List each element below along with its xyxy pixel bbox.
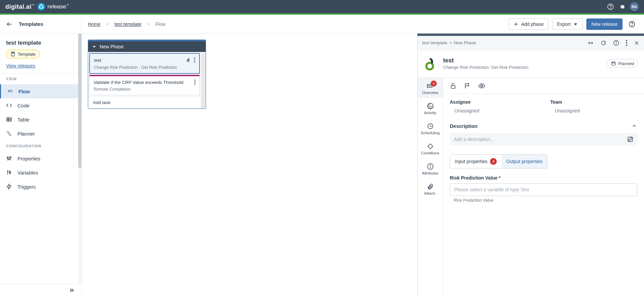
- svg-point-35: [194, 80, 196, 81]
- template-badge-label: Template: [18, 52, 36, 57]
- nav-properties-label: Properties: [17, 156, 40, 161]
- help-icon[interactable]: [607, 3, 614, 10]
- info-icon[interactable]: [613, 40, 619, 46]
- assignee-value[interactable]: Unassigned: [450, 108, 537, 113]
- svg-point-65: [430, 165, 431, 165]
- svg-point-43: [626, 42, 627, 44]
- planner-icon: [6, 131, 12, 137]
- nav-table[interactable]: Table: [0, 112, 82, 127]
- chevron-up-icon[interactable]: [631, 123, 637, 129]
- expand-icon[interactable]: [588, 40, 594, 46]
- task-card-1[interactable]: test d Change Risk Prediction : Get Risk…: [89, 53, 200, 74]
- svg-marker-62: [428, 144, 433, 149]
- description-header[interactable]: Description: [450, 123, 637, 129]
- close-icon[interactable]: [634, 40, 639, 46]
- detail-header: test template > New Phase: [418, 36, 644, 50]
- svg-point-32: [194, 57, 195, 59]
- risk-prediction-field: Risk Prediction Value * Risk Prediction …: [450, 175, 637, 203]
- nav-triggers[interactable]: Triggers: [0, 180, 82, 194]
- task-big-icon: [420, 54, 439, 73]
- detail-title-block: test Change Risk Prediction: Get Risk Pr…: [443, 57, 603, 70]
- section-config-label: CONFIGURATION: [0, 141, 82, 151]
- chevron-right-icon: [106, 22, 109, 26]
- add-phase-button[interactable]: Add phase: [508, 18, 549, 30]
- dtab-attributes[interactable]: Attributes: [418, 158, 443, 179]
- nav-code[interactable]: Code: [0, 98, 82, 112]
- nav-properties[interactable]: Properties: [0, 151, 82, 165]
- header-left: Templates: [0, 15, 82, 33]
- dtab-conditions[interactable]: Conditions: [418, 138, 443, 158]
- tab-output-properties[interactable]: Output properties: [501, 155, 547, 168]
- phase-collapse-icon[interactable]: [92, 45, 96, 49]
- export-button[interactable]: Export: [552, 18, 583, 30]
- status-pill: Planned: [607, 59, 638, 68]
- breadcrumb-current: Flow: [156, 21, 166, 27]
- dtab-activity[interactable]: Activity: [418, 98, 443, 118]
- more-icon[interactable]: [626, 40, 627, 46]
- lock-open-icon[interactable]: [450, 83, 457, 89]
- nav-triggers-label: Triggers: [17, 184, 36, 190]
- phase-scrollbar[interactable]: [201, 53, 206, 108]
- nav-planner[interactable]: Planner: [0, 127, 82, 141]
- breadcrumb: Home test template Flow: [88, 21, 165, 27]
- nav-flow-label: Flow: [18, 89, 30, 94]
- product-icon: [38, 3, 45, 10]
- flow-canvas: New Phase test d Change Risk Prediction …: [82, 34, 417, 296]
- flag-icon[interactable]: [464, 83, 471, 89]
- task1-title: test: [94, 58, 101, 63]
- detail-body: 4 Overview Activity Scheduling Condition…: [418, 78, 644, 296]
- new-release-button[interactable]: New release: [586, 18, 623, 30]
- risk-prediction-input[interactable]: [450, 183, 637, 196]
- detail-crumb-phase[interactable]: New Phase: [454, 40, 476, 45]
- add-task-button[interactable]: Add task: [88, 96, 201, 108]
- section-view-label: VIEW: [0, 73, 82, 84]
- avatar[interactable]: RA: [630, 2, 639, 11]
- variables-icon: $: [6, 169, 12, 176]
- topbar-left: digital.ai™ release™: [5, 3, 69, 10]
- refresh-icon[interactable]: [600, 40, 606, 46]
- sidebar-top: test template Template View releases: [0, 34, 82, 73]
- page-help-icon[interactable]: [626, 18, 638, 30]
- dtab-scheduling[interactable]: Scheduling: [418, 118, 443, 138]
- svg-point-34: [194, 61, 195, 63]
- tab-input-properties[interactable]: Input properties 4: [450, 155, 501, 168]
- nav-variables[interactable]: $ Variables: [0, 165, 82, 180]
- description-input[interactable]: Add a description...: [450, 133, 637, 146]
- dtab-attach-label: Attach.: [424, 191, 436, 195]
- dtab-overview[interactable]: 4 Overview: [418, 78, 443, 98]
- view-releases-link[interactable]: View releases: [6, 63, 75, 68]
- task-card-2[interactable]: Validate if the CRP Value exceeds Thresh…: [89, 75, 200, 95]
- task-menu-icon[interactable]: [194, 57, 195, 63]
- dtab-attributes-label: Attributes: [422, 171, 438, 175]
- eye-icon[interactable]: [478, 82, 485, 90]
- bolt-icon: [6, 184, 12, 190]
- svg-marker-28: [7, 184, 11, 189]
- topbar: digital.ai™ release™ RA: [0, 0, 644, 13]
- task-menu-icon[interactable]: [194, 80, 196, 85]
- scrollbar-thumb[interactable]: [78, 34, 82, 168]
- sidebar-collapse-button[interactable]: [0, 284, 82, 296]
- detail-crumb-sep: >: [449, 40, 452, 45]
- nav-flow[interactable]: Flow: [0, 84, 82, 98]
- back-arrow-icon[interactable]: [6, 21, 13, 28]
- detail-tabs: 4 Overview Activity Scheduling Condition…: [418, 78, 443, 296]
- edit-icon[interactable]: [627, 136, 633, 142]
- add-phase-label: Add phase: [521, 21, 544, 27]
- gear-icon[interactable]: [619, 3, 625, 10]
- breadcrumb-template[interactable]: test template: [114, 21, 141, 27]
- dtab-overview-label: Overview: [422, 91, 438, 95]
- svg-point-55: [427, 84, 428, 85]
- svg-point-36: [194, 82, 196, 83]
- team-value[interactable]: Unassigned: [550, 108, 638, 113]
- dtab-attach[interactable]: Attach.: [418, 179, 443, 199]
- svg-rect-14: [7, 118, 11, 121]
- breadcrumb-home[interactable]: Home: [88, 21, 100, 27]
- dtab-conditions-label: Conditions: [421, 151, 439, 155]
- topbar-right: RA: [607, 2, 639, 11]
- svg-line-61: [430, 126, 431, 127]
- svg-marker-31: [93, 46, 96, 48]
- svg-rect-48: [612, 62, 615, 65]
- phase-header[interactable]: New Phase: [88, 40, 206, 52]
- code-icon: [6, 102, 12, 108]
- detail-crumb-template[interactable]: test template: [422, 40, 447, 45]
